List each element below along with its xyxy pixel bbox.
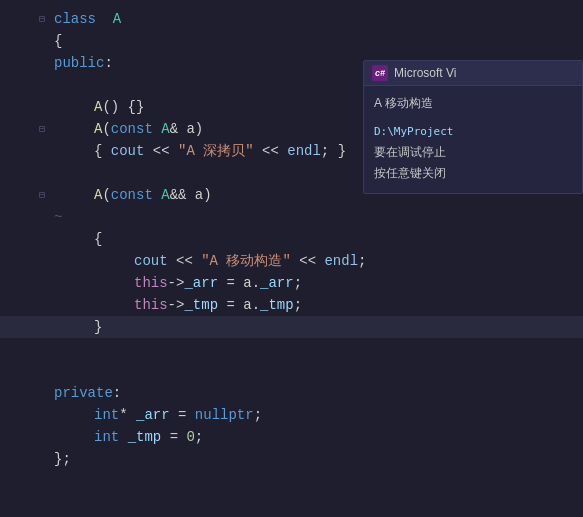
code-line-20: int _tmp = 0; — [0, 426, 583, 448]
line-content-2: { — [50, 30, 579, 52]
popup-line-1: A 移动构造 — [374, 94, 572, 113]
line-content-15: } — [50, 316, 579, 338]
popup-line-4: 要在调试停止 — [374, 143, 572, 162]
popup-line-2 — [374, 115, 572, 121]
line-content-17 — [50, 360, 579, 382]
code-line-18: private: — [0, 382, 583, 404]
vs-icon: c# — [372, 65, 388, 81]
code-editor: ⊟ class A { public: A() {} — [0, 0, 583, 517]
popup-header: c# Microsoft Vi — [364, 61, 582, 86]
code-line-10: ~ — [0, 206, 583, 228]
code-line-17 — [0, 360, 583, 382]
line-content-16 — [50, 338, 579, 360]
line-content-19: int* _arr = nullptr; — [50, 404, 579, 426]
code-line-11: { — [0, 228, 583, 250]
line-content-1: class A — [50, 8, 579, 30]
fold-icon-6[interactable]: ⊟ — [34, 123, 50, 135]
fold-icon-9[interactable]: ⊟ — [34, 189, 50, 201]
line-content-12: cout << "A 移动构造" << endl; — [50, 250, 579, 272]
code-line-2: { — [0, 30, 583, 52]
terminal-popup: c# Microsoft Vi A 移动构造 D:\MyProject 要在调试… — [363, 60, 583, 194]
line-content-21: }; — [50, 448, 579, 470]
popup-title: Microsoft Vi — [394, 66, 456, 80]
line-content-14: this->_tmp = a._tmp; — [50, 294, 579, 316]
code-line-1: ⊟ class A — [0, 8, 583, 30]
popup-line-3: D:\MyProject — [374, 123, 572, 141]
code-line-15: } — [0, 316, 583, 338]
code-line-16 — [0, 338, 583, 360]
code-line-21: }; — [0, 448, 583, 470]
line-content-10: ~ — [50, 206, 579, 228]
fold-icon-1[interactable]: ⊟ — [34, 13, 50, 25]
code-line-14: this->_tmp = a._tmp; — [0, 294, 583, 316]
popup-line-5: 按任意键关闭 — [374, 164, 572, 183]
line-content-11: { — [50, 228, 579, 250]
code-line-13: this->_arr = a._arr; — [0, 272, 583, 294]
code-line-19: int* _arr = nullptr; — [0, 404, 583, 426]
line-content-18: private: — [50, 382, 579, 404]
popup-body: A 移动构造 D:\MyProject 要在调试停止 按任意键关闭 — [364, 86, 582, 193]
line-content-20: int _tmp = 0; — [50, 426, 579, 448]
code-line-12: cout << "A 移动构造" << endl; — [0, 250, 583, 272]
line-content-13: this->_arr = a._arr; — [50, 272, 579, 294]
